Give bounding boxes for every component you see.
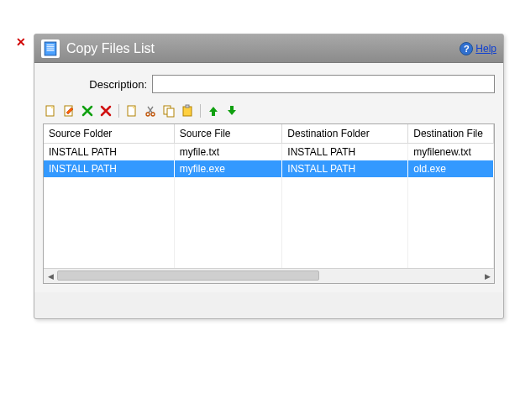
table-cell-empty xyxy=(44,238,174,253)
document-icon xyxy=(41,39,60,58)
table-cell-empty xyxy=(174,223,282,238)
table-cell-empty xyxy=(174,192,282,207)
table-cell-empty xyxy=(408,192,494,207)
table-header-row: Source Folder Source File Destination Fo… xyxy=(44,124,494,144)
table-cell[interactable]: INSTALL PATH xyxy=(44,160,174,177)
table-cell[interactable]: myfilenew.txt xyxy=(408,144,494,161)
scroll-track[interactable] xyxy=(57,269,481,283)
col-source-file[interactable]: Source File xyxy=(174,124,282,144)
svg-rect-11 xyxy=(167,108,174,117)
table-cell-empty xyxy=(282,207,408,223)
help-link[interactable]: Help xyxy=(475,43,496,55)
table-cell-empty xyxy=(174,207,282,223)
col-source-folder[interactable]: Source Folder xyxy=(44,124,174,144)
table-cell[interactable]: INSTALL PATH xyxy=(282,144,408,161)
table-row-empty xyxy=(44,253,494,268)
table-cell-empty xyxy=(174,253,282,268)
help-icon[interactable]: ? xyxy=(460,42,473,55)
titlebar: Copy Files List ? Help xyxy=(34,34,503,63)
table-cell-empty xyxy=(282,192,408,207)
table-cell[interactable]: INSTALL PATH xyxy=(44,144,174,161)
cut-button[interactable] xyxy=(143,103,158,118)
description-label: Description: xyxy=(43,78,152,91)
table-cell[interactable]: INSTALL PATH xyxy=(282,160,408,177)
separator xyxy=(200,104,201,118)
edit-button[interactable] xyxy=(61,103,76,118)
close-icon[interactable]: ✕ xyxy=(16,35,26,49)
table-row-empty xyxy=(44,207,494,223)
table-cell-empty xyxy=(44,177,174,192)
body-panel: Description: xyxy=(34,63,503,292)
separator xyxy=(118,104,119,118)
description-row: Description: xyxy=(43,75,495,93)
table-row-empty xyxy=(44,177,494,192)
scroll-thumb[interactable] xyxy=(57,270,319,281)
window-title: Copy Files List xyxy=(66,41,155,56)
table-row-empty xyxy=(44,223,494,238)
table-cell-empty xyxy=(44,192,174,207)
table-cell-empty xyxy=(408,238,494,253)
col-destination-file[interactable]: Destination File xyxy=(408,124,494,144)
table-cell-empty xyxy=(44,223,174,238)
table-cell-empty xyxy=(408,177,494,192)
table-cell-empty xyxy=(282,238,408,253)
paste-button[interactable] xyxy=(180,103,195,118)
move-up-button[interactable] xyxy=(206,103,221,118)
copy-button[interactable] xyxy=(124,103,139,118)
table-cell-empty xyxy=(44,207,174,223)
table-cell-empty xyxy=(408,253,494,268)
table-row-empty xyxy=(44,192,494,207)
table-cell-empty xyxy=(408,223,494,238)
table-cell-empty xyxy=(174,238,282,253)
scroll-right-icon[interactable]: ▶ xyxy=(481,269,494,283)
svg-rect-12 xyxy=(183,107,192,116)
svg-point-8 xyxy=(146,113,150,116)
delete-all-button[interactable] xyxy=(98,103,113,118)
table-cell[interactable]: old.exe xyxy=(408,160,494,177)
description-input[interactable] xyxy=(152,75,495,93)
data-grid[interactable]: Source Folder Source File Destination Fo… xyxy=(43,123,495,284)
table-row[interactable]: INSTALL PATHmyfile.txtINSTALL PATHmyfile… xyxy=(44,144,494,161)
new-button[interactable] xyxy=(43,103,58,118)
table-row-empty xyxy=(44,238,494,253)
horizontal-scrollbar[interactable]: ◀ ▶ xyxy=(44,268,494,283)
table-cell-empty xyxy=(44,253,174,268)
table-cell-empty xyxy=(282,223,408,238)
table-cell-empty xyxy=(282,177,408,192)
duplicate-button[interactable] xyxy=(161,103,176,118)
delete-button[interactable] xyxy=(80,103,95,118)
scroll-left-icon[interactable]: ◀ xyxy=(44,269,57,283)
table-cell-empty xyxy=(174,177,282,192)
col-destination-folder[interactable]: Destination Folder xyxy=(282,124,408,144)
table-cell-empty xyxy=(408,207,494,223)
svg-point-9 xyxy=(151,113,155,116)
dialog-window: Copy Files List ? Help Description: xyxy=(34,34,504,319)
move-down-button[interactable] xyxy=(224,103,239,118)
table-row[interactable]: INSTALL PATHmyfile.exeINSTALL PATHold.ex… xyxy=(44,160,494,177)
toolbar xyxy=(43,102,495,123)
table-cell-empty xyxy=(282,253,408,268)
svg-rect-13 xyxy=(186,105,189,108)
table-cell[interactable]: myfile.txt xyxy=(174,144,282,161)
table-cell[interactable]: myfile.exe xyxy=(174,160,282,177)
